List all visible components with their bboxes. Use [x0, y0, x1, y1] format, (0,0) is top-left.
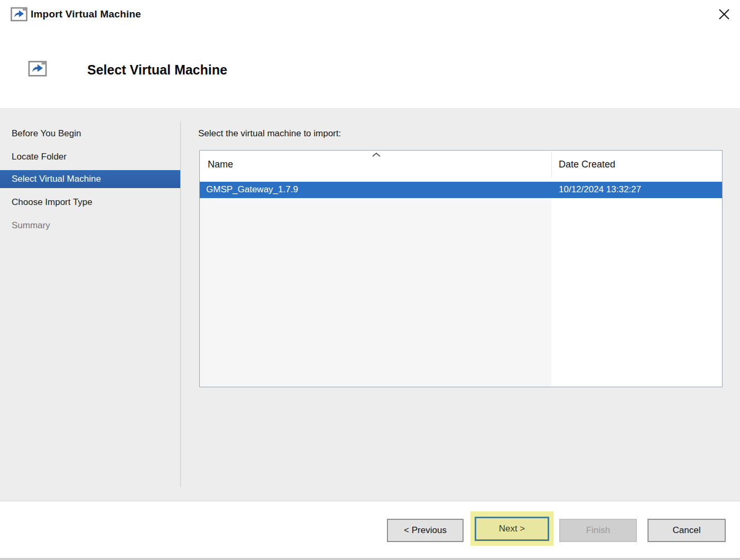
window-bottom-edge [0, 558, 740, 560]
column-header-date-created[interactable]: Date Created [559, 159, 615, 170]
sidebar-item-before-you-begin[interactable]: Before You Begin [0, 125, 180, 143]
column-divider [551, 152, 552, 178]
wizard-header-import-icon [28, 61, 47, 77]
sidebar-item-label: Summary [12, 220, 50, 230]
vm-name-cell: GMSP_Gateway_1.7.9 [206, 184, 298, 195]
finish-button[interactable]: Finish [559, 519, 637, 542]
vm-date-created-cell: 10/12/2024 13:32:27 [559, 184, 641, 195]
previous-button[interactable]: < Previous [387, 519, 464, 542]
cancel-button[interactable]: Cancel [648, 519, 726, 542]
page-title: Select Virtual Machine [87, 62, 227, 78]
instruction-label: Select the virtual machine to import: [198, 128, 341, 139]
sidebar-item-label: Locate Folder [12, 152, 67, 162]
sidebar-divider [180, 122, 181, 487]
vm-table: Name Date Created GMSP_Gateway_1.7.9 10/… [199, 150, 723, 387]
next-button-highlight: Next > [470, 511, 553, 546]
close-button[interactable] [715, 5, 734, 23]
close-icon [717, 7, 731, 21]
sidebar-item-label: Before You Begin [12, 128, 81, 138]
name-column-shading [200, 198, 551, 387]
window-title: Import Virtual Machine [31, 8, 141, 20]
import-virtual-machine-dialog: Import Virtual Machine Select Virtual Ma… [0, 0, 740, 560]
sort-ascending-icon [372, 152, 381, 157]
sidebar-item-label: Select Virtual Machine [12, 174, 101, 184]
vm-table-row-selected[interactable]: GMSP_Gateway_1.7.9 10/12/2024 13:32:27 [200, 182, 722, 198]
import-vm-icon [11, 7, 27, 22]
column-header-name[interactable]: Name [208, 159, 233, 170]
sidebar-item-choose-import-type[interactable]: Choose Import Type [0, 193, 180, 211]
sidebar-item-label: Choose Import Type [12, 197, 92, 207]
footer-divider [0, 501, 740, 501]
next-button[interactable]: Next > [475, 517, 549, 541]
sidebar-item-locate-folder[interactable]: Locate Folder [0, 148, 180, 166]
sidebar-item-summary[interactable]: Summary [0, 217, 180, 235]
sidebar-item-select-virtual-machine[interactable]: Select Virtual Machine [0, 170, 180, 188]
